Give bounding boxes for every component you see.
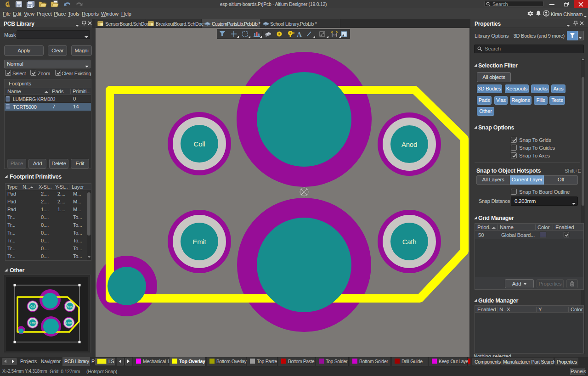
svg-text:Coll: Coll xyxy=(194,140,205,148)
svg-text:Cath: Cath xyxy=(402,238,417,246)
svg-text:Emit: Emit xyxy=(193,238,207,246)
svg-text:Anod: Anod xyxy=(401,140,417,148)
svg-text:Coll: Coll xyxy=(30,305,35,308)
svg-text:Anod: Anod xyxy=(67,305,74,308)
svg-text:Emit: Emit xyxy=(30,321,35,325)
svg-text:Cath: Cath xyxy=(66,321,72,325)
svg-text:10: 10 xyxy=(333,34,337,37)
svg-text:A: A xyxy=(297,31,302,38)
